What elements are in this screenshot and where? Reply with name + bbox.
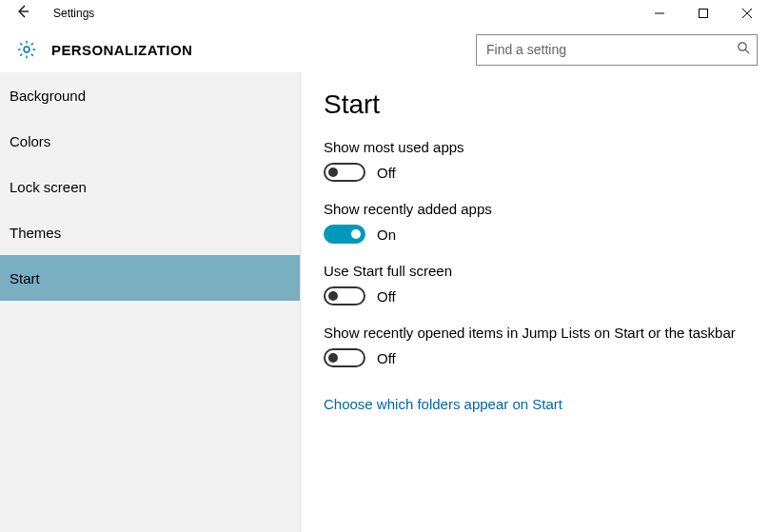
toggle-state-label: Off [377,288,396,305]
search-wrap [476,34,758,66]
minimize-button[interactable] [638,0,681,27]
close-icon [742,5,752,22]
sidebar-item-label: Themes [10,225,61,241]
toggle-knob [328,167,338,177]
sidebar-item-label: Start [10,270,40,286]
main-panel: Start Show most used appsOffShow recentl… [301,72,769,532]
toggle-knob [328,291,338,301]
svg-line-12 [31,43,33,45]
toggle-state-label: On [377,227,396,243]
sidebar-item-lock-screen[interactable]: Lock screen [0,164,300,209]
setting-block: Use Start full screenOff [324,263,746,305]
window-title: Settings [53,7,94,20]
setting-block: Show most used appsOff [324,139,746,182]
choose-folders-link[interactable]: Choose which folders appear on Start [324,396,562,412]
header-row: PERSONALIZATION [0,27,769,72]
toggle-row: Off [324,286,746,305]
sidebar-item-label: Colors [10,133,50,149]
sidebar-item-start[interactable]: Start [0,255,300,301]
close-button[interactable] [725,0,769,27]
settings-gear-icon [8,30,46,69]
category-label: PERSONALIZATION [51,42,192,58]
page-title: Start [324,89,746,120]
maximize-button[interactable] [681,0,725,27]
toggle-switch[interactable] [324,348,365,367]
toggle-knob [328,353,338,363]
toggle-switch[interactable] [324,286,365,305]
setting-block: Show recently opened items in Jump Lists… [324,325,746,367]
sidebar-item-label: Lock screen [10,179,87,195]
toggle-switch[interactable] [324,225,365,244]
svg-rect-2 [700,10,708,18]
sidebar-item-label: Background [10,88,86,104]
setting-block: Show recently added appsOn [324,201,746,244]
sidebar-item-colors[interactable]: Colors [0,118,300,164]
toggle-switch[interactable] [324,163,365,182]
sidebar: BackgroundColorsLock screenThemesStart [0,72,301,532]
toggle-knob [351,229,361,239]
sidebar-item-themes[interactable]: Themes [0,209,300,255]
svg-line-10 [20,43,22,45]
back-arrow-icon [15,4,30,23]
toggle-row: Off [324,163,746,182]
setting-label: Show recently opened items in Jump Lists… [324,325,746,341]
toggle-state-label: Off [377,165,396,181]
svg-line-11 [31,54,33,56]
svg-point-5 [24,47,30,52]
svg-line-15 [745,49,749,53]
toggle-row: On [324,225,746,244]
title-bar: Settings [0,0,769,27]
toggle-row: Off [324,348,746,367]
setting-label: Show most used apps [324,139,746,155]
search-icon [737,41,750,58]
svg-line-13 [20,54,22,56]
maximize-icon [699,5,708,22]
window-controls [638,0,769,27]
toggle-state-label: Off [377,350,396,366]
svg-point-14 [739,43,746,50]
minimize-icon [655,5,664,22]
search-input[interactable] [476,34,758,66]
setting-label: Show recently added apps [324,201,746,217]
setting-label: Use Start full screen [324,263,746,279]
sidebar-item-background[interactable]: Background [0,72,300,118]
back-button[interactable] [0,0,46,27]
